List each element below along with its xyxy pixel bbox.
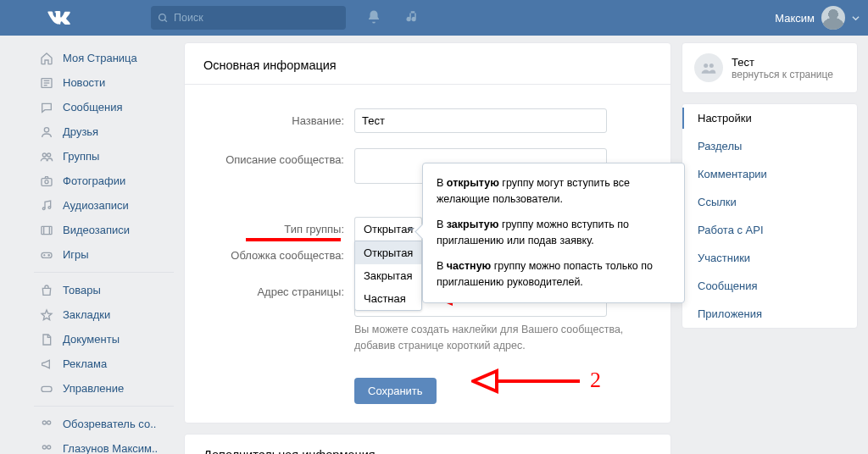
svg-rect-13 [42, 226, 52, 234]
label-name: Название: [203, 114, 354, 127]
annotation-number-2: 2 [590, 368, 601, 393]
svg-point-22 [47, 421, 51, 424]
svg-point-21 [42, 421, 46, 424]
group-type-tooltip: В открытую группу могут вступить все жел… [422, 163, 685, 303]
nav-photos[interactable]: Фотографии [34, 169, 174, 193]
option-open[interactable]: Открытая [355, 241, 421, 264]
right-menu-card: Настройки Разделы Комментарии Ссылки Раб… [682, 103, 858, 329]
group-title: Тест [732, 56, 833, 69]
megaphone-icon [39, 357, 54, 372]
document-icon [39, 332, 54, 347]
nav-market[interactable]: Товары [34, 278, 174, 302]
input-name[interactable] [354, 108, 607, 133]
avatar [821, 6, 845, 30]
user-menu[interactable]: Максим [775, 6, 860, 30]
label-type: Тип группы: [203, 223, 354, 235]
nav-news[interactable]: Новости [34, 70, 174, 95]
label-cover: Обложка сообщества: [203, 249, 354, 262]
nav-manage[interactable]: Управление [34, 376, 174, 401]
group2-icon [39, 441, 54, 455]
svg-point-11 [42, 208, 45, 210]
gamepad-icon [39, 247, 54, 263]
rmenu-members[interactable]: Участники [682, 244, 857, 272]
svg-point-25 [704, 64, 708, 68]
chat-icon [39, 100, 54, 115]
url-hint: Вы можете создать наклейки для Вашего со… [354, 322, 634, 354]
option-private[interactable]: Частная [355, 287, 421, 310]
right-head-card: Тест вернуться к странице [682, 42, 858, 93]
user-icon [39, 125, 54, 140]
rmenu-comments[interactable]: Комментарии [682, 160, 857, 188]
card-additional: Дополнительная информация [184, 434, 671, 455]
rmenu-settings[interactable]: Настройки [682, 104, 857, 132]
card-title: Основная информация [185, 43, 670, 85]
annotation-underline-type [246, 238, 341, 241]
left-nav: Моя Страница Новости Сообщения Друзья Гр… [34, 42, 174, 454]
svg-point-6 [44, 127, 48, 131]
topbar: Максим [0, 0, 868, 36]
notifications-icon[interactable] [366, 9, 381, 27]
option-closed[interactable]: Закрытая [355, 264, 421, 287]
nav-video[interactable]: Видеозаписи [34, 218, 174, 242]
chevron-down-icon [852, 14, 860, 22]
note-icon [39, 198, 54, 213]
svg-point-23 [42, 446, 46, 449]
annotation-arrow-2 [471, 364, 581, 398]
rmenu-apps[interactable]: Приложения [682, 300, 857, 328]
search-box[interactable] [151, 6, 346, 30]
svg-point-8 [47, 153, 51, 157]
nav-separator-2 [34, 406, 174, 407]
card2-title: Дополнительная информация [203, 448, 376, 455]
nav-groups[interactable]: Группы [34, 144, 174, 169]
bag-icon [39, 283, 54, 298]
svg-point-19 [48, 254, 49, 255]
save-button[interactable]: Сохранить [354, 378, 437, 404]
svg-point-24 [47, 446, 51, 449]
nav-my-page[interactable]: Моя Страница [34, 46, 174, 70]
users-icon [39, 149, 54, 164]
newspaper-icon [39, 75, 54, 91]
svg-point-0 [159, 14, 166, 20]
nav-messages[interactable]: Сообщения [34, 95, 174, 119]
nav-documents[interactable]: Документы [34, 327, 174, 352]
nav-audio[interactable]: Аудиозаписи [34, 193, 174, 218]
select-group-type[interactable]: Открытая [354, 217, 422, 241]
nav-bookmarks[interactable]: Закладки [34, 302, 174, 327]
group-avatar-icon [694, 53, 723, 82]
film-icon [39, 223, 54, 238]
rmenu-links[interactable]: Ссылки [682, 188, 857, 216]
svg-rect-9 [42, 178, 52, 185]
svg-point-10 [45, 180, 48, 183]
label-desc: Описание сообщества: [203, 148, 354, 166]
svg-line-1 [164, 19, 167, 22]
svg-rect-16 [42, 252, 52, 257]
search-input[interactable] [174, 12, 318, 24]
label-url: Адрес страницы: [203, 280, 354, 298]
svg-point-7 [42, 153, 46, 157]
camera-icon [39, 174, 54, 189]
select-dropdown: Открытая Закрытая Частная [354, 241, 422, 311]
rmenu-sections[interactable]: Разделы [682, 132, 857, 160]
gamepad2-icon [39, 381, 54, 396]
home-icon [39, 51, 54, 66]
nav-games[interactable]: Игры [34, 242, 174, 267]
search-icon [158, 13, 169, 24]
music-icon[interactable] [405, 9, 420, 27]
star-icon [39, 307, 54, 323]
svg-point-26 [709, 64, 714, 68]
nav-ads[interactable]: Реклама [34, 352, 174, 376]
back-link[interactable]: вернуться к странице [732, 69, 833, 80]
vk-logo-icon[interactable] [47, 11, 70, 25]
nav-glazunov[interactable]: Глазунов Максим.. [34, 436, 174, 454]
nav-separator [34, 272, 174, 273]
rmenu-messages[interactable]: Сообщения [682, 272, 857, 300]
rmenu-api[interactable]: Работа с API [682, 216, 857, 244]
group-icon [39, 417, 54, 432]
svg-point-12 [48, 206, 51, 208]
nav-friends[interactable]: Друзья [34, 119, 174, 144]
svg-rect-20 [42, 386, 52, 391]
nav-observer[interactable]: Обозреватель со.. [34, 412, 174, 436]
username: Максим [775, 12, 815, 25]
